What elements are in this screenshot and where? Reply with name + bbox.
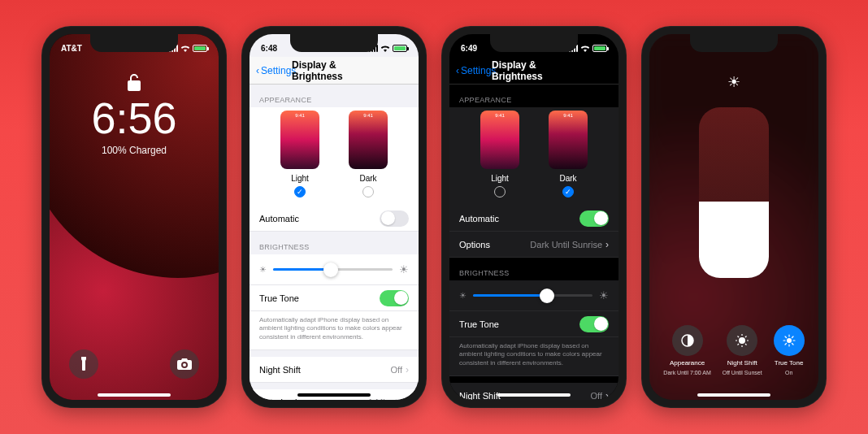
chevron-left-icon: ‹ [256, 65, 259, 76]
brightness-slider[interactable] [473, 294, 592, 297]
notch [90, 34, 178, 52]
unlock-icon [50, 73, 219, 94]
home-indicator[interactable] [98, 393, 171, 397]
chevron-right-icon: › [605, 390, 609, 400]
phone-settings-dark: 6:49 ‹ Settings Display & Brightness APP… [441, 26, 627, 408]
back-button[interactable]: ‹ Settings [456, 65, 496, 76]
svg-point-1 [739, 337, 745, 344]
truetone-note: Automatically adapt iPhone display based… [250, 311, 419, 350]
back-label: Settings [461, 65, 496, 76]
appearance-light[interactable]: Light [480, 111, 519, 197]
nightshift-label: Night Shift [727, 359, 757, 367]
brightness-slider-cell: ☀ ☀ [449, 280, 618, 311]
brightness-slider[interactable] [273, 268, 393, 271]
svg-line-8 [738, 344, 740, 345]
light-radio[interactable] [494, 186, 506, 197]
light-label: Light [280, 174, 319, 183]
sun-small-icon: ☀ [259, 265, 267, 274]
chevron-right-icon: › [605, 239, 609, 250]
truetone-label: True Tone [259, 293, 299, 303]
truetone-sub: On [785, 370, 792, 375]
wifi-icon [180, 45, 190, 52]
truetone-note: Automatically adapt iPhone display based… [449, 337, 618, 376]
dark-radio[interactable] [562, 186, 574, 197]
phone-lockscreen: AT&T 6:56 100% Charged [41, 26, 227, 408]
nightshift-cell[interactable]: Night Shift Off› [250, 357, 419, 383]
options-value: Dark Until Sunrise [530, 240, 602, 250]
section-brightness: BRIGHTNESS [449, 258, 618, 280]
lockscreen-wallpaper: AT&T 6:56 100% Charged [50, 34, 219, 400]
nav-bar: ‹ Settings Display & Brightness [250, 57, 419, 85]
light-thumb [480, 111, 519, 169]
brightness-vertical-slider[interactable] [699, 107, 769, 278]
appearance-label: Appearance [670, 359, 705, 367]
truetone-label: True Tone [775, 359, 804, 367]
nightshift-button[interactable]: Night Shift Off Until Sunset [723, 325, 762, 375]
options-cell[interactable]: Options Dark Until Sunrise› [449, 232, 618, 258]
truetone-label: True Tone [459, 319, 499, 329]
appearance-button[interactable]: Appearance Dark Until 7:00 AM [663, 325, 710, 375]
chevron-right-icon: › [406, 397, 409, 400]
sun-large-icon: ☀ [399, 263, 409, 276]
nightshift-icon [727, 325, 757, 356]
chevron-left-icon: ‹ [456, 65, 459, 76]
nightshift-value: Off [391, 365, 402, 375]
nav-bar: ‹ Settings Display & Brightness [449, 57, 618, 85]
truetone-cell[interactable]: True Tone [250, 285, 419, 311]
section-appearance: APPEARANCE [250, 85, 419, 107]
sun-small-icon: ☀ [459, 291, 467, 300]
automatic-toggle[interactable] [380, 210, 409, 227]
truetone-button[interactable]: True Tone On [774, 325, 805, 375]
back-label: Settings [261, 65, 296, 76]
automatic-label: Automatic [459, 214, 499, 224]
truetone-icon [774, 325, 805, 356]
truetone-cell[interactable]: True Tone [449, 311, 618, 337]
light-thumb [280, 111, 319, 169]
home-indicator[interactable] [697, 393, 770, 397]
nightshift-label: Night Shift [459, 391, 501, 400]
back-button[interactable]: ‹ Settings [256, 65, 296, 76]
dark-label: Dark [349, 174, 388, 183]
svg-line-6 [738, 336, 740, 338]
battery-icon [592, 45, 607, 52]
dark-radio[interactable] [362, 186, 374, 197]
dark-label: Dark [549, 174, 588, 183]
home-indicator[interactable] [297, 393, 371, 397]
dark-thumb [549, 111, 588, 169]
section-appearance: APPEARANCE [449, 85, 618, 107]
battery-icon [393, 45, 407, 52]
nightshift-cell[interactable]: Night Shift Off› [449, 383, 618, 400]
home-indicator[interactable] [497, 393, 571, 397]
light-radio[interactable] [294, 186, 306, 197]
nav-title: Display & Brightness [292, 59, 376, 82]
sun-large-icon: ☀ [599, 289, 609, 302]
notch [690, 34, 778, 52]
autolock-label: Auto-Lock [259, 397, 300, 400]
appearance-picker: Light Dark [449, 107, 618, 206]
truetone-toggle[interactable] [380, 290, 409, 306]
automatic-cell[interactable]: Automatic [250, 206, 419, 232]
svg-point-10 [787, 338, 792, 343]
nightshift-value: Off [591, 391, 602, 400]
flashlight-button[interactable] [69, 349, 98, 379]
battery-icon [193, 45, 207, 52]
appearance-dark[interactable]: Dark [549, 111, 588, 197]
automatic-cell[interactable]: Automatic [449, 206, 618, 232]
truetone-toggle[interactable] [579, 316, 609, 332]
appearance-dark[interactable]: Dark [349, 111, 388, 197]
brightness-slider-cell: ☀ ☀ [250, 254, 419, 285]
svg-line-7 [745, 344, 747, 345]
autolock-value: 1 Minute [368, 397, 402, 400]
chevron-right-icon: › [406, 364, 409, 375]
svg-line-15 [785, 336, 787, 338]
lock-time: 6:56 [50, 96, 219, 140]
dark-thumb [349, 111, 388, 169]
appearance-light[interactable]: Light [280, 111, 319, 197]
appearance-picker: Light Dark [250, 107, 419, 206]
automatic-toggle[interactable] [579, 210, 609, 227]
phone-control-center: ☀ Appearance Dark Until 7:00 AM [641, 26, 827, 408]
svg-line-16 [792, 344, 793, 345]
svg-line-9 [745, 336, 747, 338]
camera-button[interactable] [170, 349, 199, 379]
svg-line-17 [785, 344, 787, 345]
